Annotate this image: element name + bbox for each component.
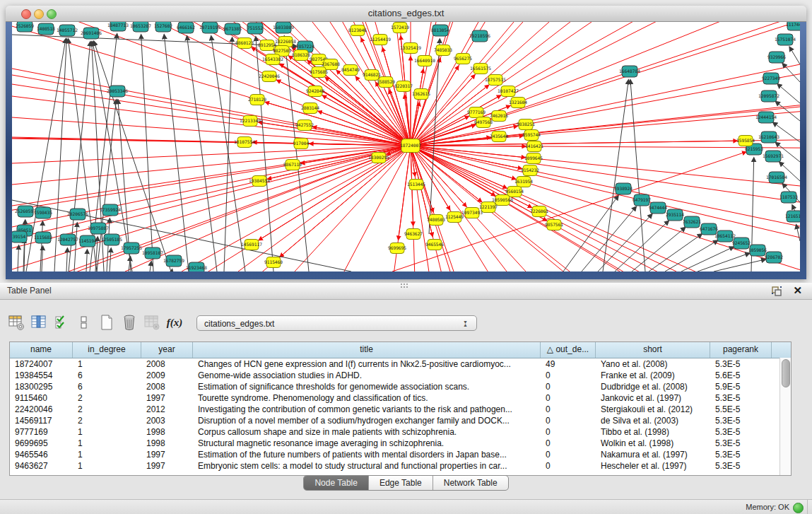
table-scrollbar[interactable]: [779, 358, 791, 475]
table-row[interactable]: 911546021997Tourette syndrome. Phenomeno…: [10, 392, 791, 404]
cell-in_degree: 1: [73, 438, 141, 449]
column-header-name[interactable]: name: [10, 342, 73, 358]
graph-node-label: 8123046: [348, 28, 367, 33]
select-all-check-button[interactable]: [51, 312, 72, 333]
graph-node-label: 10654112: [714, 233, 736, 238]
cell-title: Investigating the contribution of common…: [193, 404, 541, 415]
cell-pagerank: 5.3E-5: [710, 415, 772, 426]
table-selector-dropdown[interactable]: citations_edges.txt: [196, 315, 477, 331]
tab-node-table[interactable]: Node Table: [304, 476, 369, 490]
table-row[interactable]: 2242004622012Investigating the contribut…: [10, 404, 791, 415]
cell-pagerank: 5.3E-5: [710, 392, 772, 404]
graph-node-label: 7226061: [530, 209, 548, 214]
panel-resize-grip[interactable]: [400, 283, 410, 288]
table-settings-button[interactable]: [6, 312, 27, 333]
table-row[interactable]: 1872400712008Changes of HCN gene express…: [10, 358, 791, 370]
graph-node-label: 14055712: [57, 28, 78, 33]
cell-in_degree: 2: [73, 392, 141, 404]
table-toolbar: f(x): [6, 308, 187, 337]
cell-name: 9777169: [10, 426, 73, 438]
cell-short: Tibbo et al. (1998): [596, 426, 710, 438]
delete-table-disabled-button: [141, 312, 163, 333]
window-title: citations_edges.txt: [6, 8, 806, 18]
table-row[interactable]: 977716911998Corpus callosum shape and si…: [10, 426, 791, 438]
graph-node-label: 8220317: [394, 83, 413, 88]
cell-short: Hescheler et al. (1997): [596, 460, 710, 472]
table-row[interactable]: 1830029562008Estimation of significance …: [10, 381, 791, 392]
function-builder-button[interactable]: f(x): [164, 312, 185, 333]
graph-node-label: 6497568: [474, 119, 493, 124]
cell-name: 9699695: [10, 438, 73, 449]
graph-node-label: 9777169: [467, 110, 486, 115]
cell-in_degree: 6: [73, 370, 141, 381]
float-panel-icon[interactable]: [771, 286, 782, 297]
graph-node-label: 1588520: [377, 79, 395, 84]
tab-network-table[interactable]: Network Table: [433, 476, 508, 490]
graph-node-label: 7485033: [434, 47, 452, 52]
status-bar: Memory: OK: [0, 499, 812, 514]
column-header-title[interactable]: title: [193, 342, 541, 358]
graph-node-label: 22420046: [259, 74, 280, 78]
table-tabs: Node TableEdge TableNetwork Table: [0, 475, 812, 491]
column-header-in_degree[interactable]: in_degree: [73, 342, 141, 358]
table-row[interactable]: 969969511998Structural magnetic resonanc…: [10, 438, 791, 449]
cell-in_degree: 1: [73, 358, 141, 370]
graph-node-label: 9463627: [404, 231, 423, 236]
column-header-pagerank[interactable]: pagerank: [710, 342, 772, 358]
column-header-year[interactable]: year: [141, 342, 193, 358]
table-row[interactable]: 946362711997Embryonic stem cells: a mode…: [10, 460, 791, 472]
cell-year: 2008: [141, 381, 193, 392]
window-titlebar[interactable]: citations_edges.txt: [6, 6, 806, 22]
close-panel-icon[interactable]: ✕: [793, 284, 802, 297]
cell-pagerank: 5.9E-5: [710, 381, 772, 392]
graph-node-label: 9827503: [273, 48, 291, 53]
cell-year: 1997: [141, 392, 193, 404]
graph-node-label: 8215953: [745, 146, 763, 151]
column-header-short[interactable]: short: [596, 342, 710, 358]
graph-node-label: 18757515: [485, 77, 506, 82]
row-height-button[interactable]: [73, 312, 95, 333]
cell-pagerank: 5.3E-5: [710, 449, 772, 460]
node-table[interactable]: namein_degreeyeartitle△ out_de...shortpa…: [9, 341, 792, 476]
graph-node-label: 2803144: [301, 105, 319, 110]
network-view[interactable]: 2526059140851814055712206914061848771310…: [12, 22, 800, 271]
select-column-button[interactable]: [28, 312, 49, 333]
network-frame: 2526059140851814055712206914061848771310…: [6, 22, 806, 279]
table-selector-value: citations_edges.txt: [204, 319, 274, 329]
table-row[interactable]: 1456911722003Disruption of a novel membe…: [10, 415, 791, 426]
cell-year: 1997: [141, 449, 193, 460]
cell-name: 14569117: [10, 415, 73, 426]
column-header-out_de[interactable]: △ out_de...: [541, 342, 596, 358]
graph-node-label: 1513445: [407, 182, 425, 187]
delete-table-button[interactable]: [119, 312, 140, 333]
cell-pagerank: 5.3E-5: [710, 460, 772, 472]
graph-node-label: 1117442: [786, 22, 800, 27]
graph-node-label: 18724007: [400, 143, 421, 148]
graph-node-label: 17359924: [100, 207, 121, 212]
graph-node-label: 1187533: [779, 194, 798, 199]
scrollbar-thumb[interactable]: [782, 359, 790, 387]
graph-node-label: 1416421: [525, 144, 543, 148]
cell-short: Wolkin et al. (1998): [596, 438, 710, 449]
table-row[interactable]: 946554611997Estimation of the future num…: [10, 449, 791, 460]
graph-node-label: 1408518: [37, 26, 55, 31]
graph-node-label: 17016504: [766, 175, 787, 180]
table-row[interactable]: 1938455462009Genome-wide association stu…: [10, 370, 791, 381]
memory-ok-indicator[interactable]: [793, 503, 804, 513]
graph-node-label: 8813054: [431, 28, 449, 33]
cell-out_de: 0: [541, 381, 596, 392]
graph-node-label: 8595744: [522, 132, 541, 137]
cell-name: 18300295: [10, 381, 73, 392]
cell-pagerank: 5.6E-5: [710, 370, 772, 381]
graph-node-label: 16033809: [273, 25, 294, 30]
graph-node-label: 9838251: [517, 122, 535, 127]
cell-out_de: 0: [541, 392, 596, 404]
graph-node-label: 9227349: [762, 76, 780, 81]
tab-edge-table[interactable]: Edge Table: [369, 476, 433, 490]
cell-short: Franke et al. (2009): [596, 370, 710, 381]
graph-node-label: 1527602: [154, 23, 172, 28]
cell-year: 2012: [141, 404, 193, 415]
network-canvas: 2526059140851814055712206914061848771310…: [12, 22, 800, 271]
new-table-button[interactable]: [96, 312, 117, 333]
cell-out_de: 0: [541, 415, 596, 426]
